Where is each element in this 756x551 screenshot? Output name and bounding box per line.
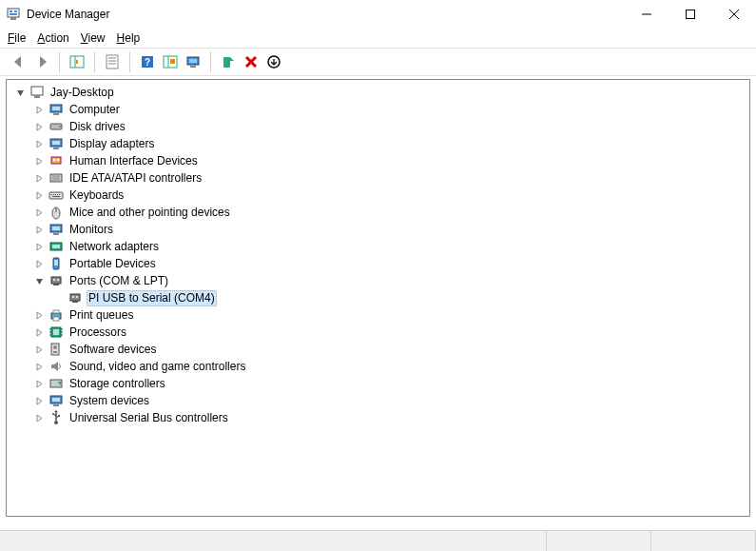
node-label[interactable]: Network adapters xyxy=(68,239,161,254)
tree-node-portable[interactable]: Portable Devices xyxy=(33,255,749,272)
chevron-right-icon[interactable] xyxy=(33,189,45,201)
console-tree-button[interactable] xyxy=(66,50,88,73)
tree-node-ports_child[interactable]: PI USB to Serial (COM4) xyxy=(33,289,749,306)
chevron-right-icon[interactable] xyxy=(33,326,45,338)
monitor-icon xyxy=(48,102,64,117)
svg-rect-48 xyxy=(55,194,56,195)
chevron-right-icon[interactable] xyxy=(33,378,45,389)
software-icon xyxy=(48,342,64,357)
tree-node-sound[interactable]: Sound, video and game controllers xyxy=(33,358,749,375)
svg-rect-64 xyxy=(53,284,59,285)
chevron-right-icon[interactable] xyxy=(33,361,45,372)
chevron-right-icon[interactable] xyxy=(33,104,45,115)
chevron-right-icon[interactable] xyxy=(33,224,45,235)
svg-rect-60 xyxy=(54,260,58,266)
chevron-right-icon[interactable] xyxy=(33,412,45,423)
svg-rect-39 xyxy=(53,159,55,161)
menu-view[interactable]: View xyxy=(81,31,106,45)
chevron-right-icon[interactable] xyxy=(33,121,45,132)
svg-rect-49 xyxy=(57,194,58,195)
chevron-right-icon[interactable] xyxy=(33,241,45,252)
chevron-down-icon[interactable] xyxy=(14,87,26,98)
minimize-button[interactable] xyxy=(625,0,669,29)
tree-node-storage[interactable]: Storage controllers xyxy=(33,375,749,392)
update-driver-button[interactable] xyxy=(159,50,182,73)
svg-rect-32 xyxy=(53,113,59,115)
maximize-button[interactable] xyxy=(669,0,712,29)
toolbar-separator xyxy=(94,51,95,72)
uninstall-button[interactable] xyxy=(240,50,262,73)
svg-rect-46 xyxy=(51,194,52,195)
tree-node-ide[interactable]: IDE ATA/ATAPI controllers xyxy=(33,169,749,187)
tree-node-system[interactable]: System devices xyxy=(33,392,749,409)
node-label[interactable]: Monitors xyxy=(68,222,115,237)
node-label[interactable]: Display adapters xyxy=(68,136,156,151)
port-icon xyxy=(48,273,64,288)
node-label[interactable]: Human Interface Devices xyxy=(68,153,200,168)
tree-node-network[interactable]: Network adapters xyxy=(33,238,749,255)
menu-action[interactable]: Action xyxy=(37,31,68,45)
node-label[interactable]: Processors xyxy=(68,325,128,340)
node-label[interactable]: System devices xyxy=(68,393,151,408)
disable-button[interactable] xyxy=(262,50,285,73)
tree-node-disk_drives[interactable]: Disk drives xyxy=(33,118,749,135)
device-tree[interactable]: Jay-Desktop ComputerDisk drivesDisplay a… xyxy=(6,79,750,517)
node-label[interactable]: Sound, video and game controllers xyxy=(68,359,247,374)
node-label[interactable]: Keyboards xyxy=(68,187,126,203)
tree-node-display_adapters[interactable]: Display adapters xyxy=(33,135,749,152)
computer-root-icon xyxy=(29,85,45,100)
menu-file[interactable]: File xyxy=(8,31,26,45)
node-label[interactable]: Software devices xyxy=(68,342,158,357)
node-label[interactable]: Storage controllers xyxy=(68,376,167,391)
tree-node-monitors[interactable]: Monitors xyxy=(33,221,749,238)
tree-node-computer[interactable]: Computer xyxy=(33,101,749,118)
svg-point-62 xyxy=(53,279,55,281)
chevron-right-icon[interactable] xyxy=(33,138,45,149)
svg-rect-61 xyxy=(51,277,61,284)
node-label[interactable]: Universal Serial Bus controllers xyxy=(68,410,230,425)
node-label[interactable]: Print queues xyxy=(68,307,135,323)
chevron-right-icon[interactable] xyxy=(33,395,45,406)
node-label[interactable]: Ports (COM & LPT) xyxy=(68,273,170,288)
node-label[interactable]: Mice and other pointing devices xyxy=(68,205,232,220)
node-label[interactable]: IDE ATA/ATAPI controllers xyxy=(68,170,204,186)
keyboard-icon xyxy=(48,187,64,203)
chevron-right-icon[interactable] xyxy=(33,309,45,321)
tree-node-hid[interactable]: Human Interface Devices xyxy=(33,152,749,169)
svg-rect-58 xyxy=(52,245,60,248)
back-button[interactable] xyxy=(8,50,30,73)
titlebar: Device Manager xyxy=(0,0,756,29)
enable-button[interactable] xyxy=(217,50,240,73)
tree-root-node[interactable]: Jay-Desktop xyxy=(14,84,749,101)
svg-rect-70 xyxy=(53,310,59,313)
properties-button[interactable] xyxy=(101,50,124,73)
scan-hardware-button[interactable] xyxy=(182,50,204,73)
svg-point-63 xyxy=(57,279,59,281)
tree-node-processors[interactable]: Processors xyxy=(33,324,749,341)
svg-point-34 xyxy=(59,126,61,128)
chevron-right-icon[interactable] xyxy=(33,155,45,167)
tree-node-ports[interactable]: Ports (COM & LPT) xyxy=(33,272,749,289)
svg-rect-73 xyxy=(53,329,59,335)
help-button[interactable]: ? xyxy=(136,50,159,73)
tree-node-mice[interactable]: Mice and other pointing devices xyxy=(33,204,749,221)
chevron-down-icon[interactable] xyxy=(33,275,45,286)
tree-node-keyboards[interactable]: Keyboards xyxy=(33,187,749,204)
chevron-right-icon[interactable] xyxy=(33,344,45,355)
svg-point-81 xyxy=(53,345,57,349)
menu-help[interactable]: Help xyxy=(117,31,141,45)
tree-node-usb[interactable]: Universal Serial Bus controllers xyxy=(33,409,749,426)
chevron-right-icon[interactable] xyxy=(33,172,45,184)
node-label[interactable]: Computer xyxy=(68,102,122,117)
chevron-right-icon[interactable] xyxy=(33,258,45,269)
tree-node-software_devices[interactable]: Software devices xyxy=(33,341,749,358)
close-button[interactable] xyxy=(712,0,756,29)
node-label[interactable]: Jay-Desktop xyxy=(48,85,116,100)
node-label[interactable]: PI USB to Serial (COM4) xyxy=(87,290,217,306)
forward-button[interactable] xyxy=(30,50,53,73)
node-label[interactable]: Portable Devices xyxy=(68,256,158,271)
node-label[interactable]: Disk drives xyxy=(68,119,127,134)
svg-rect-24 xyxy=(223,57,230,68)
chevron-right-icon[interactable] xyxy=(33,207,45,218)
tree-node-print_queues[interactable]: Print queues xyxy=(33,306,749,324)
